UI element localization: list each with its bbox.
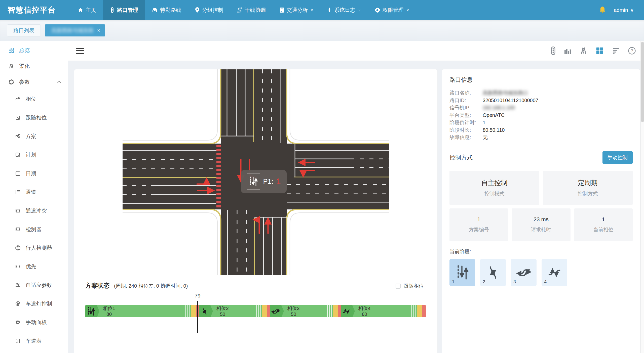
list-view-icon[interactable]	[612, 47, 620, 55]
platform-type: OpenATC	[483, 112, 505, 119]
card-alert-icon	[15, 338, 21, 344]
help-icon[interactable]: ?	[628, 47, 636, 55]
bell-icon[interactable]	[599, 6, 606, 14]
stage-card-2[interactable]: 2	[480, 259, 506, 286]
manual-control-button[interactable]: 手动控制	[602, 151, 633, 164]
nav-item-intersection-management[interactable]: 路口管理	[103, 0, 145, 20]
request-time-stat: 23 ms 请求耗时	[512, 208, 570, 241]
sidebar-item-channelization[interactable]: 渠化	[0, 58, 68, 74]
user-menu[interactable]: admin ∨	[614, 7, 634, 13]
phase-2-icon	[486, 265, 500, 280]
top-navbar: 智慧信控平台 主页 路口管理 特勤路线 分组控制 干线协调 交通分析 ∨ 系统日…	[0, 0, 644, 20]
sidebar-item-schedule[interactable]: 计划	[0, 146, 68, 164]
menu-toggle-icon[interactable]	[76, 46, 84, 55]
close-icon[interactable]: ×	[97, 28, 100, 33]
info-row: 故障信息:无	[449, 134, 633, 141]
lock-rotate-icon	[15, 301, 21, 306]
route-s-icon	[237, 7, 242, 13]
plan-status-meta: (周期: 240 相位差: 0 协调时间: 0)	[114, 283, 188, 289]
sidebar-item-follow-phase[interactable]: 跟随相位	[0, 108, 68, 127]
username: admin	[614, 7, 628, 13]
chevron-down-icon: ∨	[630, 7, 634, 13]
info-row: 平台类型:OpenATC	[449, 112, 633, 119]
sliders-icon	[15, 282, 21, 288]
plan-status-title: 方案状态	[85, 282, 109, 290]
stage-card-1[interactable]: 1	[449, 259, 475, 286]
current-phase-stat: 1 当前相位	[574, 208, 633, 241]
sidebar-item-manual-panel[interactable]: 手动面板	[0, 313, 68, 332]
sidebar-item-priority[interactable]: 优先	[0, 257, 68, 276]
stage-card-4[interactable]: 4	[542, 259, 567, 286]
tab-bar: 路口列表 高新西路与城东路 ×	[0, 20, 644, 41]
active-intersection-tab[interactable]: 高新西路与城东路 ×	[45, 24, 105, 36]
nav-item-home[interactable]: 主页	[71, 0, 103, 20]
control-method-card[interactable]: 定周期 控制方式	[543, 171, 633, 205]
phase-1-icon	[85, 305, 97, 317]
sidebar-item-parameters[interactable]: 参数	[0, 74, 68, 90]
sidebar-item-channel[interactable]: 通道	[0, 183, 68, 201]
nodes-icon	[15, 134, 21, 139]
gear-icon	[15, 320, 21, 325]
control-mode-card[interactable]: 自主控制 控制模式	[449, 171, 539, 205]
follow-phase-checkbox[interactable]: 跟随相位	[396, 283, 424, 289]
fault-info: 无	[483, 134, 488, 141]
sidebar-item-plan[interactable]: 方案	[0, 127, 68, 146]
nav-item-special-routes[interactable]: 特勤路线	[145, 0, 188, 20]
traffic-light-view-icon[interactable]	[551, 47, 555, 55]
intersection-list-button[interactable]: 路口列表	[7, 24, 41, 36]
scrollbar[interactable]	[640, 41, 644, 353]
phase-1-icon	[455, 264, 469, 281]
dashboard-icon	[8, 79, 15, 85]
sidebar-item-detector[interactable]: 检测器	[0, 220, 68, 239]
svg-text:?: ?	[631, 48, 633, 53]
cycle-position-value: 79	[194, 293, 201, 299]
sidebar-item-overview[interactable]: 总览	[0, 42, 68, 58]
sidebar-item-lane-table[interactable]: 车道表	[0, 332, 68, 350]
road-view-icon[interactable]	[580, 47, 588, 55]
sidebar-item-pedestrian-detector[interactable]: 行人检测器	[0, 239, 68, 257]
sidebar: 总览 渠化 参数 相位 跟随相位 方案 计划 日期	[0, 41, 68, 353]
grid-view-icon[interactable]	[596, 47, 604, 55]
chevron-down-icon: ∨	[406, 8, 409, 12]
phase-timeline-bar: 相位180 相位250	[85, 305, 426, 317]
chevron-up-icon	[57, 81, 61, 83]
pedestrian-icon	[15, 245, 21, 251]
calendar-icon	[15, 171, 21, 176]
sidebar-item-phase[interactable]: 相位	[0, 90, 68, 108]
control-mode-title: 控制方式	[449, 154, 473, 161]
nav-item-permissions[interactable]: 权限管理 ∨	[368, 0, 416, 20]
sidebar-item-channel-conflict[interactable]: 通道冲突	[0, 201, 68, 220]
nav-item-system-logs[interactable]: 系统日志 ∨	[320, 0, 368, 20]
sidebar-item-date[interactable]: 日期	[0, 164, 68, 183]
road-icon	[8, 63, 15, 69]
timeline-phase-2: 相位250	[199, 305, 270, 317]
info-row: 阶段倒计时:1	[449, 119, 633, 126]
monitor-icon	[15, 208, 21, 213]
sidebar-item-lane-light-control[interactable]: 车道灯控制	[0, 294, 68, 313]
phase-2-icon	[199, 305, 210, 317]
traffic-light-icon	[110, 7, 115, 13]
info-row: 路口名称:高新西路与城东路口	[449, 89, 633, 97]
phase-3-icon	[270, 305, 281, 317]
car-icon	[152, 7, 158, 13]
current-stage-label: 当前阶段:	[449, 248, 633, 255]
info-row: 路口ID:32050101041121000007	[449, 97, 633, 104]
info-title: 路口信息	[449, 76, 633, 84]
report-icon	[279, 7, 284, 13]
nav-item-arterial-coordination[interactable]: 干线协调	[230, 0, 273, 20]
chevron-down-icon: ∨	[358, 8, 361, 12]
content-header: ?	[68, 41, 644, 61]
signal-ip-redacted: 192.168.1.100	[483, 104, 515, 112]
nav-item-traffic-analysis[interactable]: 交通分析 ∨	[273, 0, 320, 20]
phase-4-icon	[341, 305, 352, 317]
map-pin-icon	[195, 7, 200, 13]
checkbox[interactable]	[396, 284, 401, 289]
bar-chart-view-icon[interactable]	[563, 47, 572, 55]
box-arrow-icon	[15, 115, 21, 120]
intersection-name-redacted: 高新西路与城东路口	[483, 89, 528, 97]
sidebar-item-adaptive-parameters[interactable]: 自适应参数	[0, 276, 68, 294]
nav-item-group-control[interactable]: 分组控制	[188, 0, 230, 20]
grid-icon	[8, 47, 15, 53]
timeline-phase-3: 相位350	[270, 305, 341, 317]
stage-card-3[interactable]: 3	[511, 259, 537, 286]
